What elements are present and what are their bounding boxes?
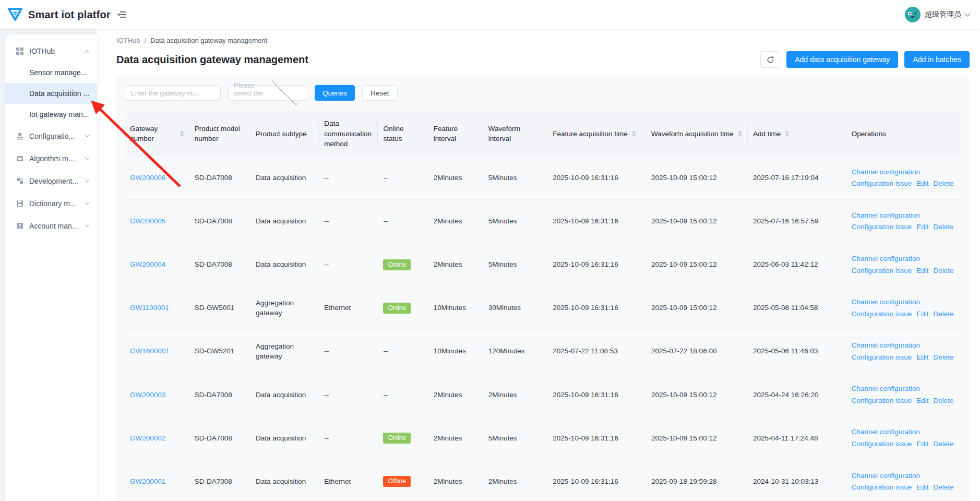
column-label: Feature acquisition time [553,129,627,139]
breadcrumb-root[interactable]: IOTHub [116,37,140,44]
configuration-issue-link[interactable]: Configuration issue [852,266,912,276]
sidebar-subitem-label: Iot gateway man... [29,110,89,118]
configuration-issue-link[interactable]: Configuration issue [852,396,912,406]
column-label: Feature interval [434,124,478,144]
sidebar-group-label: Account man... [29,222,86,230]
channel-configuration-link[interactable]: Channel configuration [852,472,920,480]
cell-feature-acquisition-time: 2025-10-09 16:31:16 [547,243,646,286]
top-header: Smart iot platfor 超级管理员 [0,0,980,29]
delete-link[interactable]: Delete [934,396,954,406]
configuration-issue-link[interactable]: Configuration issue [852,439,912,449]
column-header-product-subtype: Product subtype [250,111,319,157]
cell-communication-method: -- [319,373,378,416]
sort-icon[interactable] [632,130,636,137]
chevron-up-icon [85,50,89,54]
column-header-gateway-number[interactable]: Gateway number [125,111,189,157]
sort-desc-caret [785,134,789,137]
gateway-number-link[interactable]: GW200006 [130,174,165,182]
gateway-number-link[interactable]: GW200005 [130,217,165,225]
cell-gateway-number: GW200004 [125,243,189,286]
cell-gateway-number: GW200001 [125,460,189,501]
edit-link[interactable]: Edit [916,352,928,363]
configuration-issue-link[interactable]: Configuration issue [852,309,912,319]
cell-operations: Channel configurationConfiguration issue… [852,340,956,362]
sidebar-item-dictionary-m[interactable]: Dictionary m... [5,192,97,214]
sort-icon[interactable] [738,130,742,137]
cell-waveform-interval: 5Minutes [483,243,548,286]
delete-link[interactable]: Delete [934,309,954,319]
cell-waveform-interval: 5Minutes [483,199,548,243]
user-menu[interactable]: 超级管理员 [905,7,970,22]
sidebar-item-development[interactable]: Development... [5,170,97,192]
column-header-feature-interval: Feature interval [428,111,483,157]
channel-configuration-link[interactable]: Channel configuration [852,385,920,392]
add-batches-button[interactable]: Add in batches [904,51,970,68]
gateway-number-link[interactable]: GW200002 [130,434,165,442]
edit-link[interactable]: Edit [916,309,928,319]
cell-gateway-number: GW200006 [125,157,189,200]
edit-link[interactable]: Edit [916,396,928,406]
edit-link[interactable]: Edit [916,482,928,493]
delete-link[interactable]: Delete [934,222,954,232]
configuration-issue-link[interactable]: Configuration issue [852,352,912,363]
cell-product-model: SD-GW5201 [189,330,250,373]
gateway-number-input[interactable] [125,85,221,101]
configuration-issue-link[interactable]: Configuration issue [852,178,912,189]
channel-configuration-link[interactable]: Channel configuration [852,255,920,263]
status-badge: Online [383,433,411,444]
gateway-number-link[interactable]: GW1600001 [130,347,170,355]
status-select[interactable]: Please select the ... [228,85,307,101]
delete-link[interactable]: Delete [934,482,954,493]
channel-configuration-link[interactable]: Channel configuration [852,298,920,306]
cell-feature-interval: 2Minutes [428,373,483,416]
channel-configuration-link[interactable]: Channel configuration [852,341,920,349]
sidebar-item-algorithm-m[interactable]: Algorithm m... [5,147,97,170]
cell-feature-interval: 2Minutes [428,243,483,286]
cell-waveform-acquisition-time: 2025-09-18 19:59:28 [646,460,748,501]
cell-add-time: 2024-10-31 10:03:13 [748,460,846,501]
edit-link[interactable]: Edit [916,222,928,232]
sidebar-subitem-data-acquisition[interactable]: Data acquisition ... [5,83,97,104]
sort-icon[interactable] [785,130,789,137]
chevron-down-icon [85,155,89,159]
delete-link[interactable]: Delete [934,266,954,276]
column-header-feature-acquisition-time[interactable]: Feature acquisition time [547,111,646,157]
content-card: Please select the ... Queries Reset Gate… [116,76,970,501]
delete-link[interactable]: Delete [934,178,954,189]
refresh-button[interactable] [760,51,780,68]
edit-link[interactable]: Edit [916,178,928,189]
sidebar-subitem-iot-gateway-man[interactable]: Iot gateway man... [5,104,97,125]
configuration-issue-link[interactable]: Configuration issue [852,482,912,493]
gateway-number-link[interactable]: GW1100001 [130,304,169,312]
column-header-add-time[interactable]: Add time [748,111,846,157]
edit-link[interactable]: Edit [916,439,928,449]
sort-icon[interactable] [180,130,184,137]
cell-product-subtype: Data acquisition [250,157,319,200]
sidebar-item-configuratio[interactable]: Configuratio... [5,125,97,147]
reset-button[interactable]: Reset [362,85,397,101]
filter-bar: Please select the ... Queries Reset [125,85,961,101]
configuration-issue-link[interactable]: Configuration issue [852,222,912,232]
edit-link[interactable]: Edit [916,266,928,276]
gateway-number-link[interactable]: GW200003 [130,391,165,399]
queries-button[interactable]: Queries [315,85,355,101]
cell-product-model: SD-GW5001 [189,287,250,330]
channel-configuration-link[interactable]: Channel configuration [852,211,920,219]
cell-operations: Channel configurationConfiguration issue… [846,243,961,286]
sidebar-item-account-man[interactable]: Account man... [5,214,97,237]
sidebar-collapse-icon[interactable] [116,8,128,21]
delete-link[interactable]: Delete [934,439,954,449]
cell-online-status: -- [378,373,428,416]
channel-configuration-link[interactable]: Channel configuration [852,168,920,176]
sidebar-item-iothub[interactable]: IOTHub [5,40,97,62]
blocks-icon [16,177,24,185]
add-gateway-button[interactable]: Add data acquisition gateway [786,51,898,68]
delete-link[interactable]: Delete [934,352,954,363]
sidebar-subitem-sensor-manage[interactable]: Sensor manage... [5,62,97,83]
channel-configuration-link[interactable]: Channel configuration [852,428,920,436]
gateway-number-link[interactable]: GW200004 [130,260,165,268]
cell-waveform-acquisition-time: 2025-10-09 15:00:12 [646,243,748,286]
cell-waveform-interval: 120Minutes [483,330,548,373]
gateway-number-link[interactable]: GW200001 [130,478,165,485]
column-header-waveform-acquisition-time[interactable]: Waveform acquisition time [646,111,748,157]
